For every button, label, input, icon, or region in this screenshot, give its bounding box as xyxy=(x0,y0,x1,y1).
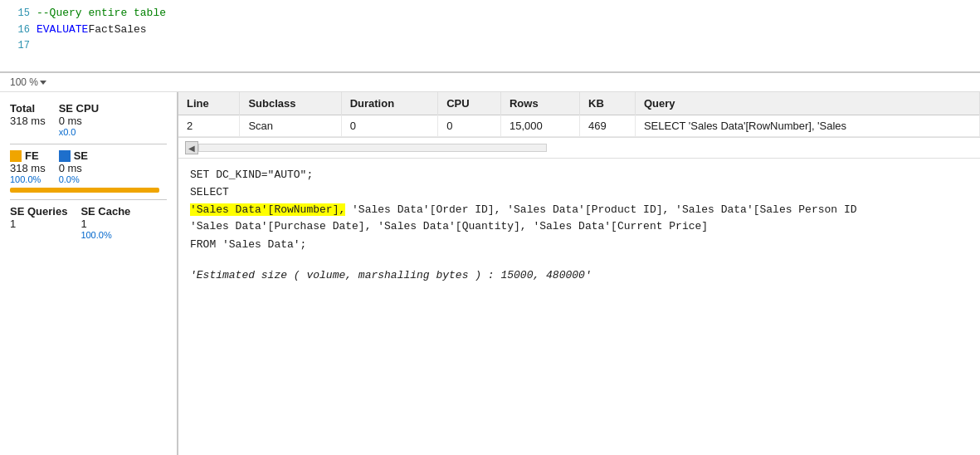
se-color-box xyxy=(59,150,71,162)
code-line-15: 15 --Query entire table xyxy=(10,5,970,22)
total-value: 318 ms xyxy=(10,115,46,127)
fe-value: 318 ms xyxy=(10,162,46,174)
line-number-16: 16 xyxy=(10,22,30,37)
total-block: Total 318 ms xyxy=(10,102,46,137)
query-highlighted: 'Sales Data'[RowNumber], xyxy=(190,203,345,216)
query-rest-line: 'Sales Data'[Order ID], 'Sales Data'[Pro… xyxy=(345,203,856,216)
right-panel: Line Subclass Duration CPU Rows KB Query… xyxy=(178,92,980,455)
divider-1 xyxy=(10,144,167,144)
se-pct: 0.0% xyxy=(59,174,88,184)
se-cpu-block: SE CPU 0 ms x0.0 xyxy=(59,102,99,137)
code-empty-17 xyxy=(37,37,43,54)
se-queries-value: 1 xyxy=(10,218,67,230)
col-header-rows: Rows xyxy=(500,92,579,115)
col-header-duration: Duration xyxy=(341,92,438,115)
main-area: Total 318 ms SE CPU 0 ms x0.0 FE 318 ms … xyxy=(0,91,980,455)
queries-row: SE Queries 1 SE Cache 1 100.0% xyxy=(10,205,167,240)
cell-subclass: Scan xyxy=(240,115,341,137)
table-header-row: Line Subclass Duration CPU Rows KB Query xyxy=(178,92,980,115)
query-select-line: SELECT xyxy=(190,184,968,202)
se-queries-block: SE Queries 1 xyxy=(10,205,67,240)
cursor-icon xyxy=(306,236,313,247)
fe-pct: 100.0% xyxy=(10,174,46,184)
code-line-17: 17 xyxy=(10,37,970,54)
zoom-value: 100 % xyxy=(10,76,38,88)
query-highlight-line: 'Sales Data'[RowNumber], 'Sales Data'[Or… xyxy=(190,202,968,219)
divider-2 xyxy=(10,199,167,200)
col-header-subclass: Subclass xyxy=(240,92,341,115)
estimated-size-text: 'Estimated size ( volume, marshalling by… xyxy=(190,267,968,285)
col-header-line: Line xyxy=(178,92,240,115)
col-header-kb: KB xyxy=(580,92,636,115)
code-comment-15: --Query entire table xyxy=(37,5,166,22)
zoom-bar: 100 % xyxy=(0,73,980,91)
se-cpu-sub: x0.0 xyxy=(59,127,99,137)
total-secpu-row: Total 318 ms SE CPU 0 ms x0.0 xyxy=(10,102,167,137)
query-set-line: SET DC_KIND="AUTO"; xyxy=(190,167,968,184)
code-line-16: 16 EVALUATE FactSales xyxy=(10,22,970,38)
line-number-17: 17 xyxy=(10,38,30,53)
cell-cpu: 0 xyxy=(438,115,501,137)
hscroll-left-btn[interactable]: ◀ xyxy=(185,141,198,154)
se-value: 0 ms xyxy=(59,162,88,174)
chevron-down-icon xyxy=(40,81,46,85)
total-label: Total xyxy=(10,102,46,115)
line-number-15: 15 xyxy=(10,6,30,21)
fe-se-row: FE 318 ms 100.0% SE 0 ms 0.0% xyxy=(10,149,167,184)
se-cache-value: 1 xyxy=(80,218,130,230)
progress-bar xyxy=(10,188,159,193)
se-cpu-value: 0 ms xyxy=(59,115,99,127)
cell-rows: 15,000 xyxy=(500,115,579,137)
cell-duration: 0 xyxy=(341,115,438,137)
col-header-query: Query xyxy=(635,92,979,115)
se-block: SE 0 ms 0.0% xyxy=(59,149,88,184)
query-line3: 'Sales Data'[Purchase Date], 'Sales Data… xyxy=(190,218,968,236)
progress-fe-fill xyxy=(10,188,159,193)
code-keyword-16: EVALUATE xyxy=(37,22,88,38)
se-cpu-label: SE CPU xyxy=(59,102,99,115)
results-table: Line Subclass Duration CPU Rows KB Query… xyxy=(178,92,980,137)
zoom-dropdown[interactable]: 100 % xyxy=(10,76,46,88)
se-queries-label: SE Queries xyxy=(10,205,67,218)
cell-line: 2 xyxy=(178,115,240,137)
fe-block: FE 318 ms 100.0% xyxy=(10,149,46,184)
left-panel: Total 318 ms SE CPU 0 ms x0.0 FE 318 ms … xyxy=(0,92,178,455)
table-row[interactable]: 2 Scan 0 0 15,000 469 SELECT 'Sales Data… xyxy=(178,115,980,137)
code-editor: 15 --Query entire table 16 EVALUATE Fact… xyxy=(0,0,980,73)
fe-label: FE xyxy=(25,149,39,162)
fe-color-box xyxy=(10,150,22,162)
query-from-line: FROM 'Sales Data'; xyxy=(190,236,968,254)
hscroll-row: ◀ xyxy=(178,138,980,159)
hscroll-track[interactable] xyxy=(198,144,547,152)
table-area: Line Subclass Duration CPU Rows KB Query… xyxy=(178,92,980,138)
se-label: SE xyxy=(74,149,88,162)
col-header-cpu: CPU xyxy=(438,92,501,115)
code-normal-16: FactSales xyxy=(88,22,146,38)
cell-kb: 469 xyxy=(580,115,636,137)
se-cache-block: SE Cache 1 100.0% xyxy=(80,205,130,240)
query-text-area: SET DC_KIND="AUTO"; SELECT 'Sales Data'[… xyxy=(178,159,980,455)
se-cache-label: SE Cache xyxy=(80,205,130,218)
se-cache-pct: 100.0% xyxy=(80,230,130,240)
cell-query: SELECT 'Sales Data'[RowNumber], 'Sales xyxy=(635,115,979,137)
